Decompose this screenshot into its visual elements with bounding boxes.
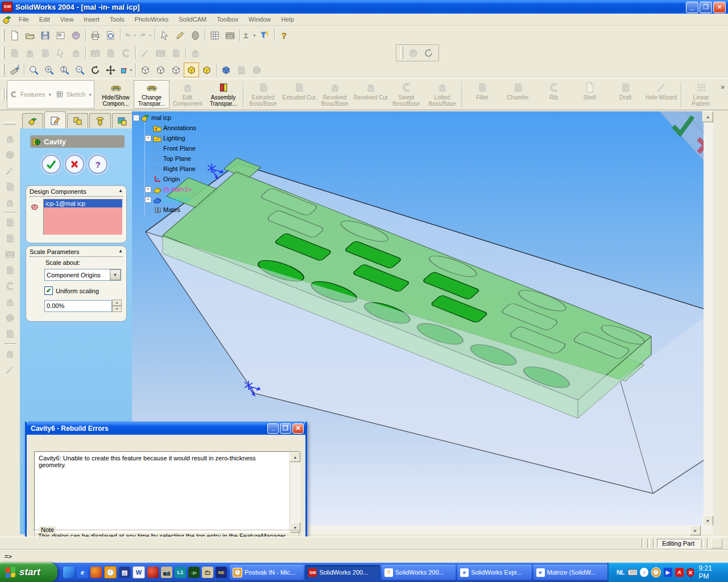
equations-sigma-button[interactable]: ▼ xyxy=(242,28,257,43)
menu-window[interactable]: Window xyxy=(243,15,276,24)
tree-node-icp[interactable]: + (-) icp<1> xyxy=(145,194,253,205)
shadows-in-shaded-button[interactable] xyxy=(199,63,214,77)
selected-component[interactable]: icp-1@mal icp xyxy=(44,199,122,207)
dialog-close-button[interactable]: ✕ xyxy=(292,423,304,434)
toolbar-grip[interactable] xyxy=(2,64,5,76)
standard-views-button[interactable]: ▼ xyxy=(118,63,134,77)
feature-tool-1[interactable] xyxy=(2,131,18,146)
error-list[interactable]: Cavity6: Unable to create this feature b… xyxy=(34,451,300,533)
ellipse-tool-button[interactable] xyxy=(188,28,203,43)
sketch-tool-3[interactable] xyxy=(38,45,53,60)
section-view-button[interactable] xyxy=(218,63,234,77)
revolved-boss-base-button[interactable]: Revolved Boss/Base xyxy=(317,80,353,109)
collapse-box-icon[interactable]: - xyxy=(133,115,139,121)
zoom-to-selection-button[interactable] xyxy=(72,63,88,77)
chamfer-button[interactable]: Chamfer xyxy=(500,80,536,109)
image-folder-icon[interactable]: 🗀 xyxy=(202,567,213,578)
zoom-to-fit-button[interactable] xyxy=(26,63,42,77)
open-button[interactable] xyxy=(22,28,38,43)
draft-button[interactable]: Draft xyxy=(607,80,643,109)
sketch-tool-6[interactable] xyxy=(88,45,103,60)
tab-propertymanager[interactable] xyxy=(44,111,65,128)
resize-grip[interactable] xyxy=(711,538,722,548)
zoom-in-out-button[interactable] xyxy=(57,63,72,77)
toolbar-grip[interactable] xyxy=(4,122,16,125)
feature-tool-3[interactable] xyxy=(2,163,18,178)
sketch-tab-button[interactable]: Sketch▼ xyxy=(55,90,93,98)
maximize-button[interactable]: ❒ xyxy=(700,2,712,13)
tree-node-root[interactable]: - mal icp xyxy=(133,113,253,123)
perspective-button[interactable] xyxy=(249,63,264,77)
cancel-button[interactable] xyxy=(65,155,84,174)
dropdown-arrow-icon[interactable]: ▼ xyxy=(110,269,121,280)
menu-toolbox[interactable]: Toolbox xyxy=(212,15,243,24)
selection-filter-button[interactable] xyxy=(257,28,272,43)
menu-file[interactable]: File xyxy=(14,15,34,24)
tray-clock-icon[interactable]: 🕘 xyxy=(651,567,661,577)
l1-app-icon[interactable]: L1 xyxy=(175,567,186,578)
sketch-tool-4[interactable] xyxy=(53,45,68,60)
menu-insert[interactable]: Insert xyxy=(78,15,105,24)
menu-photoworks[interactable]: PhotoWorks xyxy=(130,15,174,24)
expand-box-icon[interactable]: + xyxy=(145,186,151,193)
wireframe-button[interactable] xyxy=(138,63,153,77)
change-transparency-button[interactable]: Change Transpar... xyxy=(134,80,169,109)
task-matrize[interactable]: e Matrize (SolidW... xyxy=(533,565,607,580)
photoworks-tool-2[interactable] xyxy=(421,45,436,60)
collapse-arrow-icon[interactable]: ▲ xyxy=(118,248,123,255)
feature-tool-15[interactable] xyxy=(2,362,18,377)
task-solidworks-help[interactable]: ? SolidWorks 200... xyxy=(382,565,456,580)
close-button[interactable]: ✕ xyxy=(713,2,726,13)
print-preview-button[interactable] xyxy=(103,28,118,43)
keyboard-layout-icon[interactable] xyxy=(628,569,638,576)
make-drawing-button[interactable] xyxy=(53,28,68,43)
fillet-button[interactable]: Fillet xyxy=(464,80,500,109)
toolbar-grip[interactable] xyxy=(2,47,5,59)
rib-button[interactable]: Rib xyxy=(536,80,572,109)
sketch-tool-10[interactable] xyxy=(153,45,168,60)
tree-node-front-plane[interactable]: Front Plane xyxy=(145,143,253,153)
spin-up-icon[interactable]: ▲ xyxy=(112,300,122,306)
feature-tool-8[interactable] xyxy=(2,247,18,261)
scroll-right-icon[interactable]: ► xyxy=(690,525,701,535)
edit-component-button[interactable]: Edit Component xyxy=(169,80,205,109)
photoworks-tool-1[interactable] xyxy=(406,45,421,60)
ok-button[interactable] xyxy=(42,155,61,174)
tab-colors[interactable] xyxy=(112,113,133,128)
feature-tool-9[interactable] xyxy=(2,263,18,277)
expand-box-icon[interactable]: + xyxy=(145,197,151,203)
scale-about-dropdown[interactable]: Component Origins ▼ xyxy=(44,269,121,281)
toolbar-grip[interactable] xyxy=(400,47,403,59)
msn-explorer-icon[interactable] xyxy=(63,567,75,578)
tree-node-right-plane[interactable]: Right Plane xyxy=(145,164,253,174)
collapse-arrow-icon[interactable]: ▲ xyxy=(118,188,123,195)
undo-button[interactable]: ▼ xyxy=(122,28,138,43)
hide-icons-chevron[interactable]: ‹ xyxy=(640,568,648,577)
curvature-button[interactable] xyxy=(234,63,249,77)
assembly-transparency-button[interactable]: Assembly Transpar... xyxy=(205,80,241,109)
photoworks-render-button[interactable] xyxy=(68,28,84,43)
feature-tool-11[interactable] xyxy=(2,294,18,309)
dialog-title-bar[interactable]: Cavity6 - Rebuild Errors _ ❒ ✕ xyxy=(27,422,305,435)
sketch-tool-5[interactable] xyxy=(68,45,84,60)
schedule-clock-icon[interactable]: 🕘 xyxy=(104,566,117,579)
uniform-scaling-checkbox[interactable]: ✔ xyxy=(44,286,53,295)
photo-camera-icon[interactable]: 📷 xyxy=(161,567,172,578)
sketch-tool-12[interactable] xyxy=(188,45,203,60)
internet-explorer-icon[interactable]: e xyxy=(77,567,88,578)
tree-node-mates[interactable]: Mates xyxy=(145,205,253,215)
hidden-lines-removed-button[interactable] xyxy=(168,63,184,77)
design-table-button[interactable] xyxy=(207,28,222,43)
ne-book-icon[interactable]: NE xyxy=(216,567,227,578)
feature-tool-6[interactable] xyxy=(2,215,18,230)
sketch-tool-2[interactable] xyxy=(22,45,38,60)
feature-tool-5[interactable] xyxy=(2,195,18,210)
view-orientation-button[interactable] xyxy=(7,63,22,77)
feature-tool-12[interactable] xyxy=(2,310,18,325)
dialog-scrollbar[interactable]: ▲ ▼ xyxy=(289,452,300,533)
menu-solidcam[interactable]: SolidCAM xyxy=(173,15,212,24)
rotate-view-button[interactable] xyxy=(88,63,103,77)
vertical-scrollbar[interactable]: ▲ ▼ xyxy=(704,111,713,525)
menu-tools[interactable]: Tools xyxy=(105,15,130,24)
print-button[interactable] xyxy=(88,28,103,43)
